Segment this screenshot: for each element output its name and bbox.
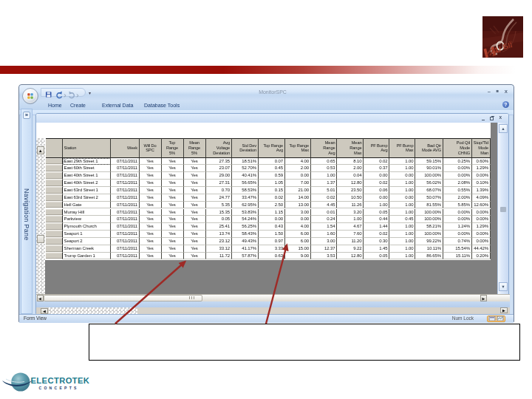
svg-text:CONCEPTS: CONCEPTS xyxy=(39,386,79,390)
svg-text:ELECTROTEK: ELECTROTEK xyxy=(31,376,90,385)
